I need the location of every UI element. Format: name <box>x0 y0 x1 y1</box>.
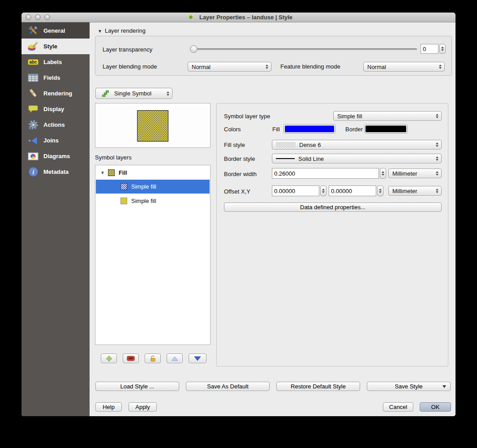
border-width-unit-select[interactable]: Millimeter <box>388 168 442 178</box>
tools-icon <box>27 25 39 36</box>
select-arrows-icon <box>436 189 438 193</box>
slider-knob[interactable] <box>190 45 198 53</box>
tree-row-simple-fill-2[interactable]: Simple fill <box>96 194 210 208</box>
sidebar-item-joins[interactable]: Joins <box>21 133 90 148</box>
style-tab-content: ▼Layer rendering Layer transparency Laye… <box>90 22 456 416</box>
data-defined-properties-label: Data defined properties... <box>300 204 365 211</box>
offset-y-stepper[interactable] <box>377 185 383 196</box>
border-style-label: Border style <box>224 155 255 162</box>
transparency-stepper[interactable] <box>439 44 446 54</box>
symbol-layer-type-select[interactable]: Simple fill <box>333 111 442 121</box>
pie-diagram-icon <box>27 151 39 162</box>
sidebar-item-style[interactable]: Style <box>21 39 90 54</box>
restore-default-style-button[interactable]: Restore Default Style <box>276 382 360 391</box>
simple-fill-swatch-dots <box>120 183 127 190</box>
select-arrows-icon <box>167 91 169 96</box>
select-arrows-icon <box>436 156 438 161</box>
renderer-select[interactable]: Single Symbol <box>95 88 172 99</box>
move-up-button[interactable] <box>167 353 183 363</box>
apply-button[interactable]: Apply <box>129 402 157 412</box>
help-button[interactable]: Help <box>95 402 122 412</box>
slider-track[interactable] <box>191 48 417 50</box>
tree-expander-icon[interactable]: ▼ <box>100 170 105 175</box>
border-width-label: Border width <box>224 171 257 177</box>
sidebar-item-display[interactable]: Display <box>21 101 90 117</box>
qgis-app-icon <box>185 14 197 21</box>
border-width-input[interactable] <box>272 168 379 179</box>
add-symbol-layer-button[interactable] <box>101 353 117 363</box>
select-arrows-icon <box>436 142 438 147</box>
data-defined-properties-button[interactable]: Data defined properties... <box>224 202 442 212</box>
offset-unit-select[interactable]: Millimeter <box>388 186 442 196</box>
tree-row-fill[interactable]: ▼ Fill <box>96 166 210 180</box>
sidebar-item-label: Display <box>43 106 64 112</box>
ok-button[interactable]: OK <box>420 402 451 412</box>
disclosure-triangle-icon: ▼ <box>98 29 102 34</box>
sidebar-item-metadata[interactable]: i Metadata <box>21 164 90 180</box>
sidebar-item-fields[interactable]: Fields <box>21 70 90 86</box>
border-style-select[interactable]: Solid Line <box>272 154 442 164</box>
lock-color-button[interactable] <box>145 353 161 363</box>
speech-bubble-icon <box>27 103 39 115</box>
feature-blending-value: Normal <box>367 64 386 70</box>
layer-blending-select[interactable]: Normal <box>188 62 271 72</box>
fill-style-select[interactable]: Dense 6 <box>272 140 442 150</box>
sidebar-item-label: Fields <box>43 74 60 81</box>
sidebar-item-label: Rendering <box>43 90 72 97</box>
tree-item-label: Simple fill <box>131 183 156 190</box>
sidebar-item-labels[interactable]: abc Labels <box>21 54 90 70</box>
fill-style-label: Fill style <box>224 142 245 148</box>
offset-x-input[interactable] <box>272 185 319 196</box>
cancel-label: Cancel <box>389 404 407 410</box>
select-arrows-icon <box>436 114 438 118</box>
info-icon: i <box>27 166 39 178</box>
layer-rendering-header[interactable]: ▼Layer rendering <box>98 27 146 34</box>
sidebar-item-diagrams[interactable]: Diagrams <box>21 148 90 164</box>
layer-transparency-slider[interactable] <box>191 45 417 53</box>
offset-x-stepper[interactable] <box>320 185 327 196</box>
close-button[interactable] <box>26 14 31 20</box>
join-arrow-icon <box>27 135 39 146</box>
layer-properties-window: Layer Properties – landuse | Style Gener… <box>21 13 456 416</box>
sidebar-item-rendering[interactable]: Rendering <box>21 86 90 101</box>
svg-text:i: i <box>32 169 34 176</box>
sidebar-item-label: Joins <box>43 137 59 144</box>
down-arrow-icon <box>194 356 201 361</box>
load-style-button[interactable]: Load Style ... <box>95 382 179 391</box>
symbol-layer-type-label: Symbol layer type <box>224 113 270 120</box>
move-down-button[interactable] <box>189 353 206 363</box>
select-arrows-icon <box>436 171 438 176</box>
remove-icon <box>127 356 135 362</box>
minimize-button[interactable] <box>35 14 41 20</box>
cancel-button[interactable]: Cancel <box>383 402 413 412</box>
sidebar-item-label: Metadata <box>43 168 69 175</box>
sidebar-item-label: Labels <box>43 59 62 65</box>
solid-line-icon <box>276 158 295 159</box>
feature-blending-select[interactable]: Normal <box>363 62 445 72</box>
titlebar[interactable]: Layer Properties – landuse | Style <box>21 13 456 22</box>
save-style-button[interactable]: Save Style <box>367 382 451 391</box>
screen: Layer Properties – landuse | Style Gener… <box>0 0 477 448</box>
border-color-swatch <box>365 125 406 132</box>
remove-symbol-layer-button[interactable] <box>123 353 139 363</box>
up-arrow-icon <box>171 356 178 361</box>
layer-transparency-label: Layer transparency <box>103 46 152 53</box>
sidebar-item-general[interactable]: General <box>21 22 90 39</box>
sidebar-item-actions[interactable]: Actions <box>21 117 90 133</box>
symbol-layer-properties-panel: Symbol layer type Simple fill Colors Fil… <box>216 103 448 366</box>
fill-color-button[interactable] <box>284 124 335 134</box>
brush-icon <box>27 88 39 99</box>
tree-row-simple-fill-1[interactable]: Simple fill <box>96 180 210 194</box>
restore-default-style-label: Restore Default Style <box>291 383 346 390</box>
abc-label-icon: abc <box>27 56 39 68</box>
zoom-button[interactable] <box>44 14 50 20</box>
transparency-value-input[interactable] <box>421 44 438 54</box>
offset-y-input[interactable] <box>329 185 376 196</box>
simple-fill-swatch-yellow <box>120 198 127 204</box>
renderer-value: Single Symbol <box>114 90 151 97</box>
border-color-button[interactable] <box>364 124 408 134</box>
border-width-stepper[interactable] <box>380 168 386 179</box>
gear-icon <box>27 119 39 131</box>
save-as-default-button[interactable]: Save As Default <box>186 382 270 391</box>
help-label: Help <box>103 404 115 410</box>
